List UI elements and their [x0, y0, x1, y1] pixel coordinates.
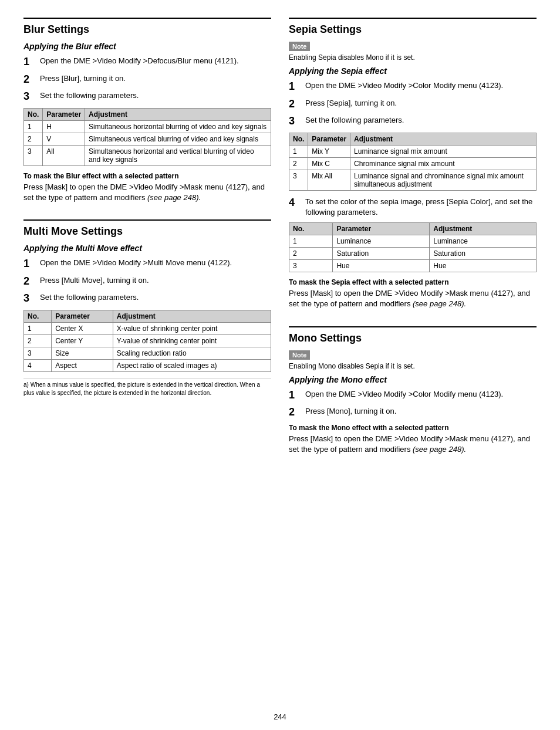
- sepia-step-1: 1 Open the DME >Video Modify >Color Modi…: [289, 80, 537, 93]
- multi-move-step-3-text: Set the following parameters.: [40, 292, 271, 303]
- mm-table-header-no: No.: [24, 310, 52, 322]
- sepia-steps-list: 1 Open the DME >Video Modify >Color Modi…: [289, 80, 537, 128]
- blur-mask-label: To mask the Blur effect with a selected …: [23, 172, 271, 180]
- blur-step-2-number: 2: [23, 73, 35, 86]
- blur-mask-text: Press [Mask] to open the DME >Video Modi…: [23, 182, 271, 203]
- multi-move-step-3: 3 Set the following parameters.: [23, 292, 271, 305]
- left-column: Blur Settings Applying the Blur effect 1…: [23, 18, 271, 695]
- mono-mask-text: Press [Mask] to open the DME >Video Modi…: [289, 434, 537, 455]
- multi-move-step-3-number: 3: [23, 292, 35, 305]
- blur-step-3-text: Set the following parameters.: [40, 90, 271, 101]
- mono-settings-title: Mono Settings: [289, 326, 537, 344]
- page-number: 244: [274, 712, 286, 721]
- blur-step-3-number: 3: [23, 90, 35, 103]
- multi-move-step-2-number: 2: [23, 275, 35, 288]
- mm-table-header-parameter: Parameter: [52, 310, 113, 322]
- multi-move-footnote: a) When a minus value is specified, the …: [23, 378, 271, 397]
- blur-step-1-text: Open the DME >Video Modify >Defocus/Blur…: [40, 56, 271, 66]
- table-row: 3 Size Scaling reduction ratio: [24, 347, 271, 359]
- mono-note-text: Enabling Mono disables Sepia if it is se…: [289, 362, 537, 370]
- sepia-settings-section: Sepia Settings Note Enabling Sepia disab…: [289, 18, 537, 310]
- sepia-table-1: No. Parameter Adjustment 1 Mix Y Luminan…: [289, 133, 537, 191]
- multi-move-steps-list: 1 Open the DME >Video Modify >Multi Move…: [23, 258, 271, 305]
- sepia-step-3-number: 3: [289, 115, 301, 128]
- multi-move-step-2-text: Press [Multi Move], turning it on.: [40, 275, 271, 286]
- applying-mono-subtitle: Applying the Mono effect: [289, 375, 537, 384]
- mono-step-2: 2 Press [Mono], turning it on.: [289, 406, 537, 419]
- multi-move-step-1-number: 1: [23, 258, 35, 271]
- blur-table-header-no: No.: [24, 108, 43, 120]
- sepia-note-text: Enabling Sepia disables Mono if it is se…: [289, 53, 537, 62]
- mono-steps-list: 1 Open the DME >Video Modify >Color Modi…: [289, 389, 537, 419]
- blur-step-2-text: Press [Blur], turning it on.: [40, 73, 271, 84]
- blur-settings-title: Blur Settings: [23, 18, 271, 36]
- mono-mask-label: To mask the Mono effect with a selected …: [289, 424, 537, 432]
- sepia-step-3: 3 Set the following parameters.: [289, 115, 537, 128]
- table-row: 2 Saturation Saturation: [289, 248, 537, 260]
- blur-table-header-adjustment: Adjustment: [85, 108, 271, 120]
- sepia-step-4: 4 To set the color of the sepia image, p…: [289, 197, 537, 218]
- sepia-mask-label: To mask the Sepia effect with a selected…: [289, 278, 537, 286]
- multi-move-title: Multi Move Settings: [23, 219, 271, 238]
- blur-step-1-number: 1: [23, 56, 35, 69]
- mono-note-container: Note Enabling Mono disables Sepia if it …: [289, 350, 537, 370]
- applying-blur-subtitle: Applying the Blur effect: [23, 42, 271, 51]
- mono-step-2-number: 2: [289, 406, 301, 419]
- blur-step-2: 2 Press [Blur], turning it on.: [23, 73, 271, 86]
- table-row: 4 Aspect Aspect ratio of scaled images a…: [24, 359, 271, 371]
- blur-table-header-parameter: Parameter: [43, 108, 85, 120]
- table-row: 1 Luminance Luminance: [289, 235, 537, 248]
- sepia-step-2-text: Press [Sepia], turning it on.: [305, 98, 537, 109]
- table-row: 2 V Simultaneous vertical blurring of vi…: [24, 133, 271, 145]
- multi-move-step-2: 2 Press [Multi Move], turning it on.: [23, 275, 271, 288]
- multi-move-table: No. Parameter Adjustment 1 Center X X-va…: [23, 310, 271, 372]
- blur-settings-section: Blur Settings Applying the Blur effect 1…: [23, 18, 271, 203]
- mm-table-header-adjustment: Adjustment: [113, 310, 271, 322]
- table-row: 2 Mix C Chrominance signal mix amount: [289, 157, 537, 170]
- table-row: 3 All Simultaneous horizontal and vertic…: [24, 145, 271, 165]
- sepia-step-1-text: Open the DME >Video Modify >Color Modify…: [305, 80, 537, 91]
- sepia-settings-title: Sepia Settings: [289, 18, 537, 36]
- blur-steps-list: 1 Open the DME >Video Modify >Defocus/Bl…: [23, 56, 271, 103]
- applying-sepia-subtitle: Applying the Sepia effect: [289, 66, 537, 76]
- content-area: Blur Settings Applying the Blur effect 1…: [0, 0, 560, 707]
- sepia-step-3-text: Set the following parameters.: [305, 115, 537, 126]
- aspect-cell: Aspect ratio of scaled images a): [113, 359, 271, 371]
- multi-move-settings-section: Multi Move Settings Applying the Multi M…: [23, 219, 271, 397]
- table-row: 2 Center Y Y-value of shrinking center p…: [24, 334, 271, 347]
- table-row: 3 Mix All Luminance signal and chrominan…: [289, 170, 537, 190]
- sepia-note-label: Note: [289, 42, 310, 51]
- table-row: 1 H Simultaneous horizontal blurring of …: [24, 120, 271, 133]
- mono-step-2-text: Press [Mono], turning it on.: [305, 406, 537, 417]
- applying-multi-move-subtitle: Applying the Multi Move effect: [23, 244, 271, 253]
- table-row: 3 Hue Hue: [289, 260, 537, 272]
- multi-move-step-1-text: Open the DME >Video Modify >Multi Move m…: [40, 258, 271, 268]
- mono-step-1-text: Open the DME >Video Modify >Color Modify…: [305, 389, 537, 400]
- sepia-step-2-number: 2: [289, 98, 301, 111]
- sepia-mask-text: Press [Mask] to open the DME >Video Modi…: [289, 288, 537, 309]
- blur-step-3: 3 Set the following parameters.: [23, 90, 271, 103]
- blur-step-1: 1 Open the DME >Video Modify >Defocus/Bl…: [23, 56, 271, 69]
- right-column: Sepia Settings Note Enabling Sepia disab…: [289, 18, 537, 695]
- mono-settings-section: Mono Settings Note Enabling Mono disable…: [289, 326, 537, 455]
- sepia-step-1-number: 1: [289, 80, 301, 93]
- mono-note-label: Note: [289, 350, 310, 360]
- blur-table: No. Parameter Adjustment 1 H Simultaneou…: [23, 108, 271, 166]
- sepia-note-container: Note Enabling Sepia disables Mono if it …: [289, 42, 537, 62]
- mono-step-1-number: 1: [289, 389, 301, 402]
- multi-move-step-1: 1 Open the DME >Video Modify >Multi Move…: [23, 258, 271, 271]
- table-row: 1 Center X X-value of shrinking center p…: [24, 322, 271, 334]
- page: Blur Settings Applying the Blur effect 1…: [0, 0, 560, 730]
- sepia-step-4-text: To set the color of the sepia image, pre…: [305, 197, 537, 218]
- page-footer: 244: [0, 707, 560, 730]
- mono-step-1: 1 Open the DME >Video Modify >Color Modi…: [289, 389, 537, 402]
- sepia-step-2: 2 Press [Sepia], turning it on.: [289, 98, 537, 111]
- table-row: 1 Mix Y Luminance signal mix amount: [289, 145, 537, 157]
- sepia-table-2: No. Parameter Adjustment 1 Luminance Lum…: [289, 222, 537, 272]
